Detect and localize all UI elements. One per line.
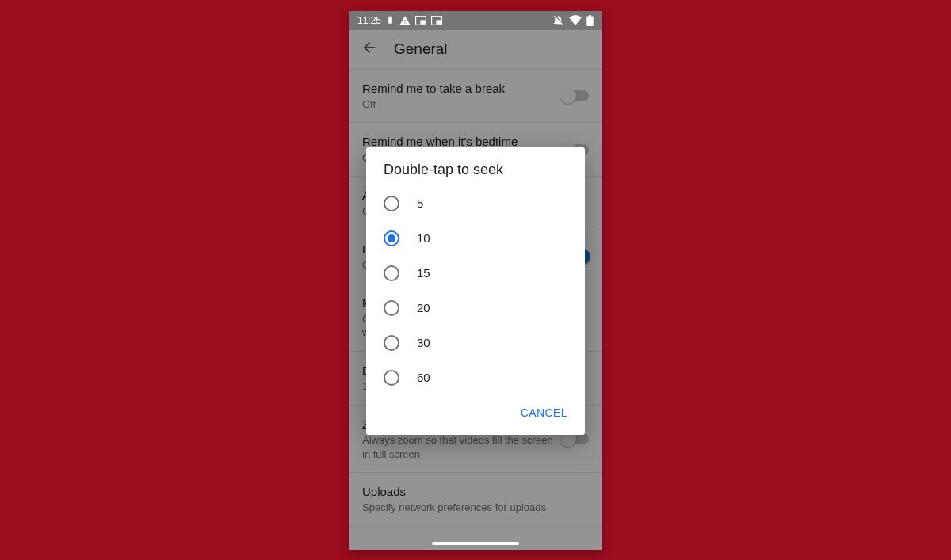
svg-rect-3 (421, 21, 425, 24)
battery-icon (586, 15, 594, 26)
radio-icon (384, 335, 399, 351)
svg-rect-7 (589, 15, 591, 17)
dialog-title: Double-tap to seek (366, 162, 585, 183)
radio-label: 30 (417, 336, 430, 349)
pip-icon-2 (431, 16, 442, 25)
radio-label: 5 (417, 196, 423, 210)
pip-icon (415, 16, 426, 25)
radio-icon (384, 230, 399, 246)
radio-option-20[interactable]: 20 (366, 291, 585, 326)
radio-icon (384, 265, 399, 281)
radio-option-60[interactable]: 60 (366, 360, 585, 395)
home-indicator[interactable] (432, 542, 519, 545)
seek-dialog: Double-tap to seek 5 10 15 20 30 (366, 147, 585, 435)
svg-rect-6 (586, 16, 593, 26)
radio-label: 10 (417, 231, 430, 245)
radio-label: 20 (417, 301, 430, 314)
dialog-actions: CANCEL (366, 395, 585, 430)
notifications-off-icon (552, 14, 564, 26)
wifi-icon (569, 15, 582, 25)
warning-icon (399, 15, 411, 26)
radio-icon (384, 370, 399, 386)
radio-label: 15 (417, 266, 430, 280)
cancel-button[interactable]: CANCEL (513, 400, 575, 425)
status-bar: 11:25 (349, 11, 602, 30)
svg-rect-1 (390, 16, 391, 17)
radio-list: 5 10 15 20 30 60 (366, 183, 585, 395)
status-time: 11:25 (357, 15, 381, 26)
radio-icon (384, 196, 399, 211)
radio-option-5[interactable]: 5 (366, 186, 585, 221)
battery-square-icon (386, 16, 395, 25)
radio-label: 60 (417, 371, 430, 384)
phone-frame: 11:25 (349, 11, 602, 550)
radio-option-10[interactable]: 10 (366, 221, 585, 256)
radio-icon (384, 300, 399, 316)
svg-rect-0 (388, 17, 392, 23)
radio-option-15[interactable]: 15 (366, 256, 585, 291)
svg-rect-5 (437, 21, 441, 24)
radio-option-30[interactable]: 30 (366, 326, 585, 360)
